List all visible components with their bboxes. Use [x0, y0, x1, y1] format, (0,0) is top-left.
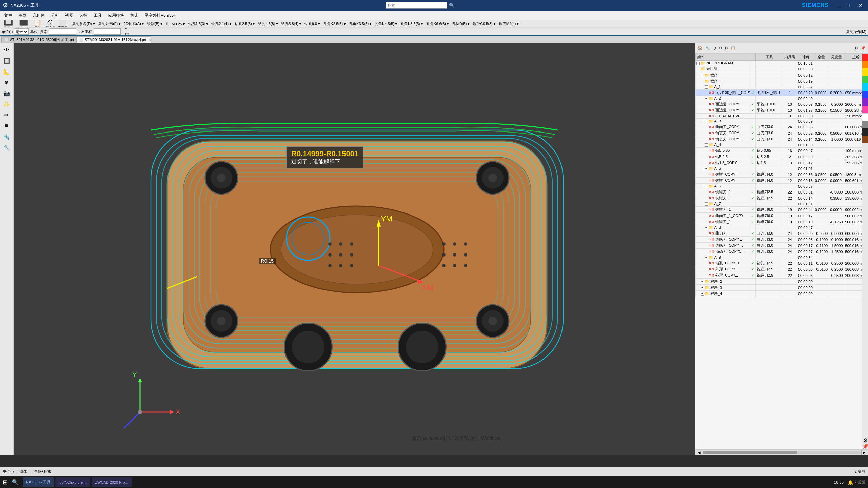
table-row[interactable]: ✕⚙ 外形_COPY✓铣镗刀2.52200:00:05-0.0150-0.250… — [696, 266, 862, 272]
scroll-thumb[interactable] — [703, 451, 797, 454]
mill-21btn[interactable]: 铣孔2.1(1)▼ — [213, 20, 236, 21]
col-status[interactable] — [750, 54, 756, 61]
drill-m35btn[interactable]: 孔角M3(3)▼ — [356, 20, 379, 21]
doc-tab-2[interactable]: ⬜ STM201M02831-01A-1612测试图.prt × — [76, 36, 151, 43]
table-row[interactable]: ✕⚙ 钻孔_COPY_1✓钻孔刀2.52200:00:11-0.0100-0.2… — [696, 260, 862, 266]
view3d-icon[interactable]: 🔲 — [124, 32, 131, 35]
maximize-button[interactable]: □ — [844, 2, 853, 9]
table-row[interactable]: +📁 程序_400:00:00 — [696, 291, 862, 297]
2d-add-btn[interactable]: 2D轮廓(A)▼ — [123, 20, 146, 21]
standard-ref-btn[interactable]: 标准参考(Y)▼ — [71, 20, 97, 21]
sidebar-tools-btn[interactable]: 🔧 — [1, 142, 13, 152]
unit-select[interactable]: 毫米 — [14, 28, 29, 35]
table-row[interactable]: ✕⚙ 铣镗刀_1✓铣镗刀6.01900:00:19-0.1250900.002 … — [696, 219, 862, 225]
swatch-green[interactable] — [862, 76, 868, 83]
scroll-right-btn[interactable]: ▶ — [861, 450, 867, 455]
outer-ring2-btn[interactable]: 复制外形(F)▼ — [97, 21, 122, 27]
menu-home[interactable]: 主页 — [16, 12, 29, 19]
swatch-pink[interactable] — [862, 106, 868, 113]
expand-btn[interactable]: − — [705, 167, 708, 170]
panel-toolbar-icon1[interactable]: 🏠 — [697, 45, 704, 52]
table-row[interactable]: ✕⚙ 铣镗刀_1✓铣镗刀2.52200:00:140.3500135.008 m… — [696, 195, 862, 201]
table-row[interactable]: −📁 NC_PROGRAM00:18:31 — [696, 61, 862, 66]
outer-ring-btn[interactable]: 外形轮廓(B)▼ — [97, 20, 123, 21]
drill-13btn[interactable]: 钻孔1.7(2)▼ — [190, 20, 213, 21]
filter-btn[interactable]: 单位+搜索 — [29, 28, 48, 35]
copy-op-btn[interactable]: 复制操作(M) — [845, 28, 868, 35]
drill-25btn[interactable]: 钻孔2.5(5)▼ — [236, 20, 259, 21]
side-c05btn[interactable]: 边距C0.5(3)▼ — [472, 21, 497, 27]
table-row[interactable]: ✕⚙ 动态刀_COPY...✓曲刀刀3.02400:00:020.10000.5… — [696, 130, 862, 136]
copy-btn[interactable]: 📋复制 — [31, 20, 43, 28]
holes2-btn[interactable]: 孔 — [164, 21, 170, 27]
col-toolnum[interactable]: 刀具号 — [783, 54, 797, 61]
table-row[interactable]: ✕⚙ 外形_COPY...✓铣镗刀2.52200:00:06-0.2500200… — [696, 272, 862, 279]
expand-btn[interactable]: − — [701, 280, 704, 283]
table-row[interactable]: ✕⚙ 面边道_COPY✓平铣刀10.01000:00:070.1550-0.20… — [696, 101, 862, 107]
table-row[interactable]: ✕⚙ 铣镗_COPY✓铣镗刀4.01200:00:360.05000.05001… — [696, 171, 862, 178]
drill-m66btn[interactable]: 孔角M6(6)▼ — [428, 20, 451, 21]
search-icon[interactable]: 🔍 — [449, 3, 455, 8]
table-row[interactable]: ✕⚙ 3D_ADAPTIVE...000:00:00250 mmpm1061 r… — [696, 114, 862, 119]
table-row[interactable]: ✕⚙ 面边道_COPY✓平铣刀10.01000:01:270.15000.150… — [696, 107, 862, 114]
align-icon[interactable]: ≡ — [124, 28, 131, 32]
col-margin[interactable]: 余量 — [814, 54, 829, 61]
unit-btn[interactable]: 单位(I) — [1, 28, 14, 35]
panel-toolbar-icon8[interactable]: 📌 — [860, 45, 867, 52]
taskbar-notify-icon[interactable]: 🔔 — [848, 480, 853, 485]
drill-m45btn[interactable]: 孔角M4(5)▼ — [379, 20, 402, 21]
expand-btn[interactable]: − — [705, 202, 708, 206]
table-row[interactable]: 📁 未用项00:00:00 — [696, 66, 862, 72]
sidebar-annotate-btn[interactable]: ✏ — [1, 110, 13, 120]
menu-view[interactable]: 视图 — [62, 12, 76, 19]
menu-tools[interactable]: 工具 — [91, 12, 104, 19]
scroll-track[interactable] — [703, 451, 861, 454]
table-row[interactable]: ✕⚙ 动态刀_COPY3...✓曲刀刀3.02400:00:07-0.1200-… — [696, 249, 862, 255]
status-filter[interactable]: 单位+搜索 — [34, 469, 51, 474]
table-row[interactable]: −📁 A_800:00:47 — [696, 225, 862, 230]
expand-btn[interactable]: + — [701, 286, 704, 289]
thin-m42btn[interactable]: 铣刀M4(4)▼ — [498, 21, 521, 27]
holes-num2-btn[interactable]: 孔位D(5)▼ — [451, 21, 471, 27]
swatch-red[interactable] — [862, 54, 868, 61]
thread-btn[interactable]: 螺纹(D)▼ — [171, 20, 189, 21]
extend-btn[interactable]: 拓展操作(5) — [845, 35, 868, 35]
sidebar-camera-btn[interactable]: 📷 — [1, 88, 13, 98]
m025btn[interactable]: M0.25▼ — [171, 21, 186, 27]
drill-k45btn[interactable]: 孔角K4.5(5)▼ — [374, 21, 399, 27]
thin-m25btn[interactable]: 铣刀M2.5▼ — [520, 20, 542, 21]
menu-apps[interactable]: 应用模块 — [105, 12, 127, 19]
table-row[interactable]: −📁 A_300:00:39 — [696, 119, 862, 124]
doc-tab-1[interactable]: ⬜ ATL301M01321-01C-2520钢件加工.prt × — [1, 36, 76, 43]
operations-table-container[interactable]: 操作 工具 刀具号 时间 余量 调度量 进给 速度 −📁 NC_PROGRAM0… — [695, 54, 862, 449]
taskbar-search-icon[interactable]: 🔍 — [12, 479, 19, 485]
panel-toolbar-icon5[interactable]: ⚙ — [724, 45, 729, 52]
close-button[interactable]: ✕ — [856, 2, 865, 9]
table-row[interactable]: ✕⚙ 飞刀130_铣用_COPY✓飞刀130_铣用100:00:200.0000… — [696, 90, 862, 96]
panel-toolbar-icon6[interactable]: 📋 — [730, 45, 736, 52]
filter-input[interactable] — [49, 28, 76, 35]
col-feed[interactable]: 进给 — [844, 54, 862, 61]
drill-k66btn[interactable]: 孔角K6.6(6)▼ — [425, 21, 451, 27]
panel-toolbar-icon7[interactable]: ⚙ — [854, 45, 859, 52]
table-row[interactable]: ✕⚙ 铣镗刀_1✓铣镗刀6.01900:00:440.00000.0000900… — [696, 207, 862, 213]
drill-k25btn[interactable]: 孔角K2.5(5)▼ — [322, 21, 348, 27]
sidebar-render-btn[interactable]: ✨ — [1, 99, 13, 109]
panel-settings-btn[interactable]: ⚙ — [862, 437, 868, 443]
col-name[interactable]: 操作 — [696, 54, 750, 61]
swatch-dark[interactable] — [862, 128, 868, 136]
drill-k35btn[interactable]: 孔角K3.5(5)▼ — [348, 21, 373, 27]
coord-input[interactable] — [94, 28, 121, 35]
swatch-white[interactable] — [862, 113, 868, 121]
panel-pin-btn[interactable]: 📌 — [861, 443, 868, 449]
col-dispatch[interactable]: 调度量 — [829, 54, 844, 61]
swatch-blue[interactable] — [862, 91, 868, 98]
3d-print-btn[interactable]: 🖨3维合并 — [44, 20, 56, 28]
swatch-brown[interactable] — [862, 136, 868, 143]
sidebar-view-btn[interactable]: 👁 — [1, 45, 13, 55]
holes-btn[interactable]: 孔 — [165, 20, 171, 21]
panel-toolbar-icon4[interactable]: ✂ — [718, 45, 723, 52]
table-row[interactable]: −📁 A_100:00:32 — [696, 84, 862, 90]
search-input[interactable] — [386, 2, 447, 9]
swatch-gray[interactable] — [862, 121, 868, 128]
